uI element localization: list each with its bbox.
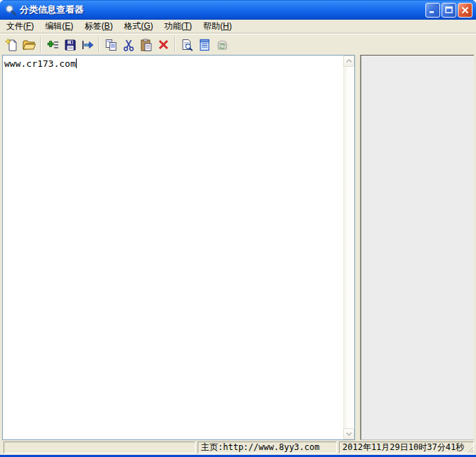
toolbar-separator bbox=[40, 37, 41, 53]
export-arrow-icon bbox=[80, 38, 95, 52]
menu-function[interactable]: 功能(T) bbox=[159, 19, 198, 34]
status-message-pane bbox=[4, 442, 195, 453]
editor-text: www.cr173.com bbox=[4, 58, 76, 69]
status-bar: 主页:http://www.8yy3.com 2012年11月29日10时37分… bbox=[0, 440, 476, 455]
menu-bar: 文件(F) 编辑(E) 标签(B) 格式(G) 功能(T) 帮助(H) bbox=[0, 20, 476, 34]
minimize-button[interactable] bbox=[425, 3, 440, 18]
delete-button[interactable] bbox=[155, 36, 172, 53]
chevron-up-icon bbox=[346, 59, 352, 63]
copy-button[interactable] bbox=[102, 36, 120, 53]
menu-format[interactable]: 格式(G) bbox=[118, 19, 158, 34]
resize-grip[interactable] bbox=[465, 444, 473, 453]
scroll-down-button[interactable] bbox=[343, 428, 354, 439]
toolbar bbox=[0, 34, 476, 55]
open-button[interactable] bbox=[20, 36, 38, 53]
refresh-button[interactable] bbox=[213, 36, 231, 53]
toolbar-separator bbox=[98, 37, 100, 53]
refresh-recycle-icon bbox=[215, 38, 229, 52]
paste-clipboard-icon bbox=[139, 38, 153, 52]
open-folder-icon bbox=[22, 38, 37, 52]
print-preview-button[interactable] bbox=[178, 36, 195, 53]
paste-button[interactable] bbox=[137, 36, 155, 53]
content-area: www.cr173.com bbox=[0, 55, 476, 440]
side-panel bbox=[360, 55, 474, 440]
menu-help[interactable]: 帮助(H) bbox=[198, 19, 238, 34]
save-button[interactable] bbox=[61, 36, 79, 53]
add-record-button[interactable] bbox=[44, 36, 61, 53]
new-document-icon bbox=[5, 38, 19, 52]
window-title: 分类信息查看器 bbox=[20, 4, 425, 16]
status-homepage-pane: 主页:http://www.8yy3.com bbox=[198, 442, 337, 453]
status-datetime-pane: 2012年11月29日10时37分41秒 bbox=[339, 442, 474, 453]
close-button[interactable] bbox=[458, 3, 472, 18]
new-button[interactable] bbox=[3, 36, 20, 53]
vertical-scrollbar[interactable] bbox=[343, 56, 354, 439]
maximize-button[interactable] bbox=[442, 3, 456, 18]
export-button[interactable] bbox=[79, 36, 96, 53]
cut-button[interactable] bbox=[120, 36, 137, 53]
print-preview-icon bbox=[180, 38, 194, 52]
save-floppy-icon bbox=[63, 38, 77, 52]
menu-file[interactable]: 文件(F) bbox=[1, 19, 39, 34]
minimize-icon bbox=[429, 6, 437, 14]
close-icon bbox=[461, 6, 469, 14]
maximize-icon bbox=[445, 6, 453, 14]
view-document-button[interactable] bbox=[195, 36, 213, 53]
menu-edit[interactable]: 编辑(E) bbox=[39, 19, 79, 34]
app-window: 分类信息查看器 文件(F) 编辑(E) bbox=[0, 0, 476, 457]
text-caret bbox=[76, 58, 77, 68]
editor[interactable]: www.cr173.com bbox=[3, 56, 343, 439]
magnifier-app-icon bbox=[5, 4, 17, 16]
scroll-up-button[interactable] bbox=[343, 56, 354, 67]
panel-splitter[interactable] bbox=[355, 55, 360, 440]
document-icon bbox=[198, 38, 212, 52]
chevron-down-icon bbox=[346, 432, 352, 436]
toolbar-separator bbox=[174, 37, 176, 53]
cut-scissors-icon bbox=[122, 38, 135, 52]
copy-icon bbox=[104, 38, 118, 52]
title-bar[interactable]: 分类信息查看器 bbox=[0, 0, 476, 20]
add-record-icon bbox=[46, 38, 60, 52]
editor-panel: www.cr173.com bbox=[2, 55, 355, 440]
delete-x-icon bbox=[157, 38, 170, 51]
menu-tags[interactable]: 标签(B) bbox=[79, 19, 118, 34]
